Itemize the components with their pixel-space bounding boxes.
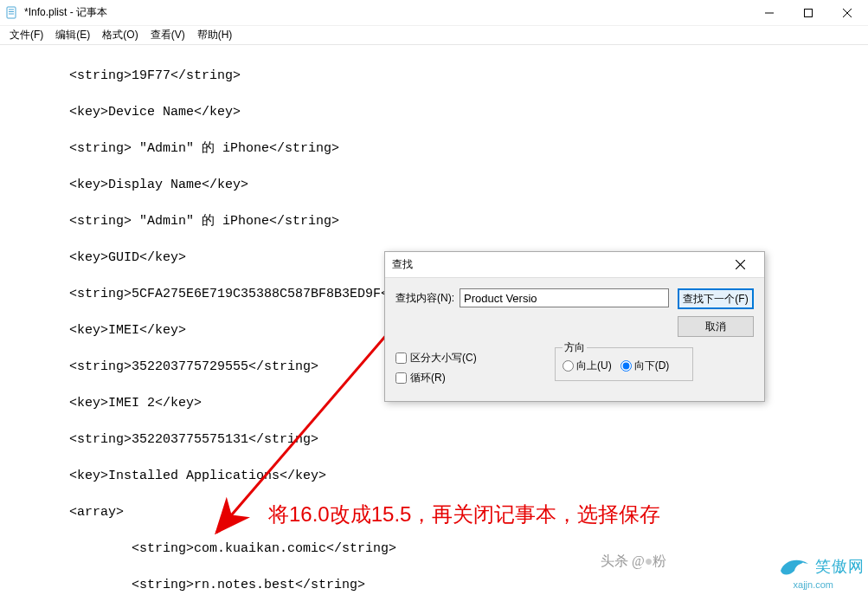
menubar: 文件(F) 编辑(E) 格式(O) 查看(V) 帮助(H)	[0, 26, 868, 45]
titlebar: *Info.plist - 记事本	[0, 0, 868, 26]
text-line: <string> "Admin" 的 iPhone</string>	[7, 139, 861, 158]
wrap-around-label: 循环(R)	[410, 371, 446, 385]
direction-down-radio[interactable]	[620, 360, 632, 372]
text-line: <array>	[7, 503, 861, 521]
svg-point-12	[802, 563, 805, 566]
svg-rect-0	[7, 7, 16, 18]
find-input[interactable]	[460, 288, 669, 307]
direction-legend: 方向	[563, 340, 587, 355]
close-button[interactable]	[827, 0, 866, 26]
dolphin-icon	[777, 553, 812, 579]
window-title: *Info.plist - 记事本	[24, 5, 107, 20]
direction-up-option[interactable]: 向上(U)	[563, 359, 612, 373]
find-dialog-title-text: 查找	[392, 257, 413, 272]
find-dialog: 查找 查找内容(N): 区分大小写(C) 循环(R) 方向 向上(	[384, 251, 765, 402]
wrap-around-checkbox[interactable]	[395, 372, 407, 384]
watermark-brand: 笑傲网	[777, 553, 865, 579]
find-dialog-title[interactable]: 查找	[385, 252, 764, 278]
text-line: <string>rn.notes.best</string>	[7, 576, 861, 594]
menu-help[interactable]: 帮助(H)	[191, 26, 239, 44]
text-line: <key>Device Name</key>	[7, 103, 861, 121]
text-line: <string> "Admin" 的 iPhone</string>	[7, 212, 861, 230]
text-line: <string>19F77</string>	[7, 67, 861, 85]
menu-view[interactable]: 查看(V)	[145, 26, 191, 44]
maximize-button[interactable]	[788, 0, 827, 26]
match-case-label: 区分大小写(C)	[410, 351, 477, 365]
direction-up-radio[interactable]	[563, 360, 574, 372]
find-label: 查找内容(N):	[395, 291, 454, 306]
text-line: <key>Display Name</key>	[7, 176, 861, 194]
svg-rect-5	[804, 9, 812, 16]
watermark-toutiao: 头杀 @●粉	[601, 553, 666, 571]
find-next-button[interactable]: 查找下一个(F)	[678, 288, 754, 309]
cancel-button[interactable]: 取消	[678, 316, 754, 337]
watermark-url: xajjn.com	[794, 579, 833, 590]
notepad-icon	[5, 6, 19, 20]
direction-down-option[interactable]: 向下(D)	[620, 359, 670, 373]
find-dialog-close-button[interactable]	[723, 253, 757, 277]
menu-format[interactable]: 格式(O)	[96, 26, 144, 44]
text-line: <key>Installed Applications</key>	[7, 467, 861, 485]
text-line: <string>352203775575131</string>	[7, 430, 861, 449]
match-case-checkbox[interactable]	[395, 352, 407, 364]
text-line: <string>com.kuaikan.comic</string>	[7, 540, 861, 558]
menu-file[interactable]: 文件(F)	[3, 26, 49, 44]
minimize-button[interactable]	[749, 0, 788, 26]
menu-edit[interactable]: 编辑(E)	[49, 26, 96, 44]
direction-group: 方向 向上(U) 向下(D)	[555, 340, 693, 381]
watermark-brand-text: 笑傲网	[815, 556, 865, 577]
